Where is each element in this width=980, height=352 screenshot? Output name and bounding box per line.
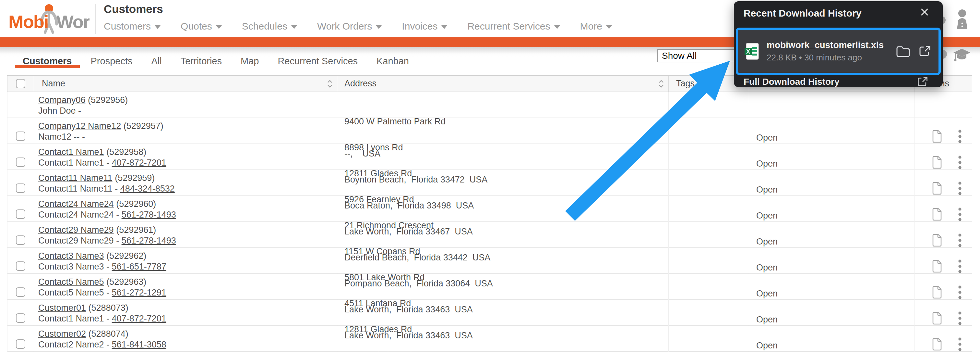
customer-id: (5288073) xyxy=(89,303,129,313)
nav-item[interactable]: Work Orders xyxy=(317,21,382,32)
phone-link[interactable]: 561-841-3058 xyxy=(112,340,166,349)
full-download-history-link[interactable]: Full Download History xyxy=(744,77,840,87)
customer-link[interactable]: Contact3 Name3 xyxy=(38,251,104,261)
row-open-cell: Open xyxy=(749,326,915,352)
customer-link[interactable]: Contact24 Name24 xyxy=(38,199,114,209)
header-address[interactable]: Address xyxy=(337,76,669,91)
row-name-cell: Customer02 (5288074) Contact2 Name2 - 56… xyxy=(34,326,337,352)
table-row: Contact3 Name3 (5292962) Contact3 Name3 … xyxy=(7,248,972,274)
view-tabs: Customers Prospects All Territories Map … xyxy=(15,47,417,75)
contact-name: Contact24 Name24 - xyxy=(38,210,122,219)
customer-id: (5292963) xyxy=(107,277,146,287)
nav-item-label: Recurrent Services xyxy=(467,21,550,32)
tab[interactable]: Kanban xyxy=(369,47,417,75)
training-cap-icon[interactable] xyxy=(953,47,971,64)
nav-item[interactable]: Customers xyxy=(104,21,161,32)
open-file-icon[interactable] xyxy=(918,45,931,58)
nav-item-label: Work Orders xyxy=(317,21,372,32)
svg-text:X: X xyxy=(746,48,750,55)
logo-text-mobi: Mobi xyxy=(8,11,48,32)
customer-link[interactable]: Contact5 Name5 xyxy=(38,277,104,287)
download-item[interactable]: X mobiwork_customerlist.xls 22.8 KB • 30… xyxy=(736,27,941,75)
main-nav: Customers Quotes Schedules Work Orders I… xyxy=(104,21,612,32)
header-checkbox-cell xyxy=(7,76,34,91)
table-row: Company06 (5292956) John Doe - 9400 W Pa… xyxy=(7,92,972,118)
tab-label: Recurrent Services xyxy=(278,56,358,67)
contact-name: Contact1 Name1 - xyxy=(38,158,112,168)
customer-link[interactable]: Contact11 Name11 xyxy=(38,173,113,183)
table-row: Contact5 Name5 (5292963) Contact5 Name5 … xyxy=(7,274,972,300)
open-history-icon[interactable] xyxy=(917,76,928,88)
tab[interactable]: Prospects xyxy=(83,47,140,75)
phone-link[interactable]: 561-272-1291 xyxy=(112,288,166,298)
contact-name: Contact11 Name11 - xyxy=(38,184,120,194)
divider xyxy=(95,4,95,34)
contact-name: Contact2 Name2 - xyxy=(38,340,112,349)
row-actions-cell xyxy=(915,326,972,352)
contact-name: Contact5 Name5 - xyxy=(38,288,112,298)
header-name[interactable]: Name xyxy=(34,76,337,91)
nav-item[interactable]: More xyxy=(580,21,612,32)
table-row: Contact29 Name29 (5292961) Contact29 Nam… xyxy=(7,222,972,248)
select-all-checkbox[interactable] xyxy=(16,79,25,88)
phone-link[interactable]: 561-278-1493 xyxy=(122,210,176,219)
close-icon[interactable] xyxy=(919,6,931,18)
phone-link[interactable]: 484-324-8532 xyxy=(120,184,175,194)
header-name-label: Name xyxy=(42,78,65,89)
nav-item[interactable]: Schedules xyxy=(242,21,297,32)
mobiwork-logo[interactable]: Mobi Work xyxy=(8,3,89,34)
user-avatar-icon[interactable] xyxy=(954,9,970,30)
customer-id: (5292961) xyxy=(116,225,156,235)
logo-text-work: Work xyxy=(56,11,89,32)
sort-icon[interactable] xyxy=(659,80,664,88)
chevron-down-icon xyxy=(291,25,297,29)
nav-item-label: Invoices xyxy=(402,21,438,32)
customer-id: (5292957) xyxy=(124,121,164,131)
tab-label: Prospects xyxy=(91,56,133,67)
table-row: Contact11 Name11 (5292959) Contact11 Nam… xyxy=(7,170,972,196)
download-item-actions xyxy=(896,45,931,58)
nav-item-label: Quotes xyxy=(181,21,212,32)
customer-link[interactable]: Company06 xyxy=(38,95,86,105)
excel-file-icon: X xyxy=(745,43,759,60)
customer-id: (5292958) xyxy=(107,147,146,157)
sort-icon[interactable] xyxy=(327,80,332,88)
chevron-down-icon xyxy=(376,25,382,29)
tab[interactable]: Territories xyxy=(173,47,230,75)
show-in-folder-icon[interactable] xyxy=(896,45,910,58)
tab-label: Kanban xyxy=(377,56,409,67)
tab[interactable]: All xyxy=(143,47,169,75)
customer-id: (5288074) xyxy=(89,329,129,339)
tab-label: Map xyxy=(240,56,259,67)
chevron-down-icon xyxy=(216,25,222,29)
nav-item[interactable]: Quotes xyxy=(181,21,222,32)
phone-link[interactable]: 407-872-7201 xyxy=(112,314,166,323)
customer-link[interactable]: Company12 Name12 xyxy=(38,121,121,131)
page-title: Customers xyxy=(104,3,163,16)
nav-item-label: More xyxy=(580,21,602,32)
nav-item[interactable]: Recurrent Services xyxy=(467,21,560,32)
nav-item[interactable]: Invoices xyxy=(402,21,447,32)
customer-link[interactable]: Contact29 Name29 xyxy=(38,225,114,235)
phone-link[interactable]: 561-278-1493 xyxy=(122,236,176,245)
row-checkbox-cell xyxy=(7,326,34,352)
tab-label: Customers xyxy=(23,56,72,67)
customer-id: (5292960) xyxy=(116,199,156,209)
customer-link[interactable]: Customer01 xyxy=(38,303,86,313)
header-address-label: Address xyxy=(344,78,377,89)
customer-link[interactable]: Contact1 Name1 xyxy=(38,147,104,157)
table-row: Company12 Name12 (5292957) Name12 -- - 8… xyxy=(7,118,972,144)
chevron-down-icon xyxy=(606,25,612,29)
tab[interactable]: Recurrent Services xyxy=(270,47,366,75)
customer-link[interactable]: Customer02 xyxy=(38,329,86,339)
tab[interactable]: Map xyxy=(233,47,267,75)
customer-id: (5292962) xyxy=(107,251,146,261)
nav-item-label: Schedules xyxy=(242,21,287,32)
phone-link[interactable]: 407-872-7201 xyxy=(112,158,166,168)
customers-table: Name Address Tags Actions xyxy=(7,75,972,352)
contact-name: John Doe - xyxy=(38,106,81,115)
tab[interactable]: Customers xyxy=(15,47,80,75)
filter-selected-value: Show All xyxy=(662,51,697,61)
phone-link[interactable]: 561-651-7787 xyxy=(112,262,166,272)
table-row: Customer02 (5288074) Contact2 Name2 - 56… xyxy=(7,326,972,352)
